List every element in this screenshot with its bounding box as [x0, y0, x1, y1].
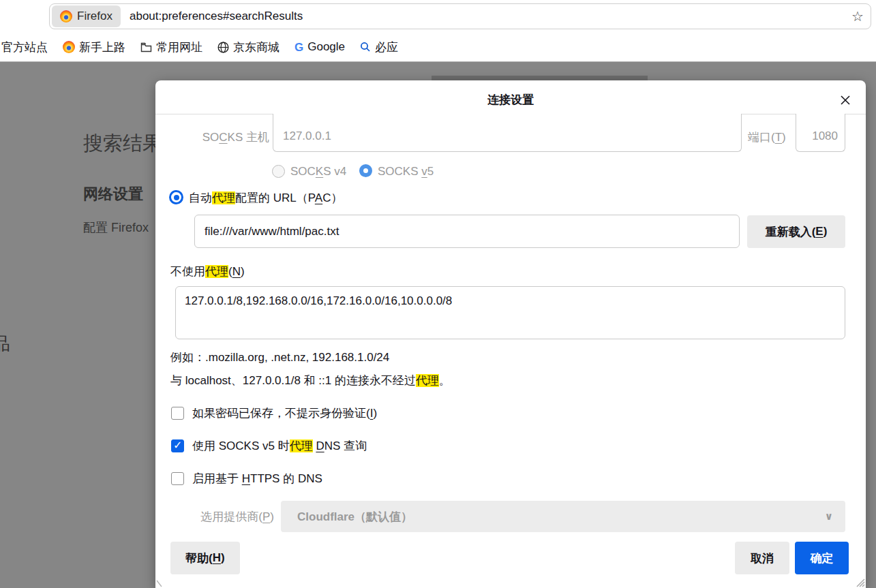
bookmark-label: 京东商城 [233, 40, 280, 55]
bookmark-label: 常用网址 [156, 40, 202, 55]
reload-button[interactable]: 重新载入(E) [747, 215, 845, 248]
bookmark-item[interactable]: 新手上路 [63, 40, 125, 55]
resize-gripper[interactable] [854, 576, 865, 587]
socks-v5-label: SOCKS v5 [378, 163, 434, 180]
provider-selected-value: Cloudflare（默认值） [297, 509, 412, 525]
url-text[interactable]: about:preferences#searchResults [130, 10, 303, 23]
socks-v4-radio[interactable] [272, 165, 285, 178]
bookmark-label: 官方站点 [1, 40, 48, 55]
socks-host-input[interactable] [273, 114, 742, 152]
ok-button[interactable]: 确定 [795, 542, 849, 574]
firefox-icon [63, 41, 75, 53]
dns-over-https-checkbox[interactable] [171, 472, 184, 485]
socks-host-label: SOCKS 主机 [183, 129, 269, 146]
site-identity-chip[interactable]: Firefox [52, 5, 121, 27]
no-proxy-label: 不使用代理(N) [170, 263, 245, 280]
browser-toolbar: Firefox about:preferences#searchResults … [0, 0, 876, 33]
socks-port-input[interactable] [796, 114, 845, 152]
pac-radio[interactable] [169, 190, 183, 204]
url-bar[interactable]: Firefox about:preferences#searchResults … [49, 3, 871, 29]
proxy-dns-socks5-label: 使用 SOCKS v5 时代理 DNS 查询 [192, 437, 367, 454]
pac-radio-label: 自动代理配置的 URL（PAC） [189, 189, 342, 206]
no-proxy-example: 例如：.mozilla.org, .net.nz, 192.168.1.0/24 [170, 349, 389, 366]
background-description: 配置 Firefox [83, 219, 149, 236]
pac-url-input[interactable] [194, 215, 740, 248]
close-icon [840, 95, 851, 106]
connection-settings-dialog: 连接设置 SOCKS 主机 端口(T) SOCKS v4 SOCKS v5 自动… [155, 80, 866, 588]
firefox-icon [60, 10, 72, 22]
bookmark-label: 新手上路 [79, 40, 125, 55]
provider-select[interactable]: Cloudflare（默认值） ∨ [281, 501, 845, 532]
provider-label: 选用提供商(P) [172, 508, 274, 525]
no-proxy-textarea[interactable]: 127.0.0.1/8,192.168.0.0/16,172.16.0.0/16… [175, 286, 845, 339]
help-button[interactable]: 帮助(H) [170, 542, 240, 574]
bookmark-item[interactable]: 必应 [360, 40, 398, 55]
google-icon: G [294, 42, 303, 53]
socks-v4-label: SOCKS v4 [290, 163, 346, 180]
search-icon [360, 42, 371, 52]
globe-icon [217, 42, 229, 53]
cancel-button[interactable]: 取消 [735, 542, 789, 574]
background-page-title: 搜索结果 [83, 130, 162, 157]
bookmark-item[interactable]: G Google [294, 40, 345, 54]
dns-over-https-label: 启用基于 HTTPS 的 DNS [192, 470, 322, 487]
bookmarks-bar: 官方站点 新手上路 常用网址 京东商城 G Google 必应 [0, 33, 876, 61]
bookmark-label: Google [307, 40, 345, 54]
close-button[interactable] [837, 92, 854, 108]
no-prompt-auth-label: 如果密码已保存，不提示身份验证(I) [192, 405, 377, 422]
chevron-down-icon: ∨ [825, 510, 833, 523]
bookmark-star-icon[interactable]: ☆ [851, 10, 864, 23]
resize-gripper-left[interactable] [156, 578, 163, 587]
bookmark-item[interactable]: 京东商城 [217, 40, 280, 55]
background-sidebar-fragment: 品 [0, 332, 10, 356]
folder-icon [140, 42, 152, 52]
no-prompt-auth-checkbox[interactable] [171, 407, 184, 420]
no-proxy-note: 与 localhost、127.0.0.1/8 和 ::1 的连接永不经过代理。 [170, 372, 451, 389]
bookmark-label: 必应 [375, 40, 398, 55]
socks-v5-radio[interactable] [359, 164, 372, 177]
dialog-title: 连接设置 [155, 92, 866, 108]
proxy-dns-socks5-checkbox[interactable] [171, 439, 184, 452]
background-section-title: 网络设置 [83, 184, 143, 204]
bookmark-item[interactable]: 官方站点 [1, 40, 48, 55]
bookmark-item[interactable]: 常用网址 [140, 40, 202, 55]
site-identity-label: Firefox [77, 10, 112, 23]
socks-port-label: 端口(T) [748, 129, 786, 146]
